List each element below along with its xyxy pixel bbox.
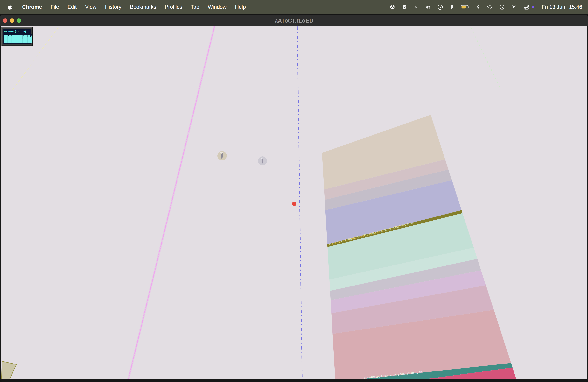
menu-item-window[interactable]: Window — [208, 4, 227, 10]
traffic-lights — [3, 15, 21, 26]
fps-graph — [4, 34, 32, 43]
control-center-icon[interactable] — [523, 4, 529, 10]
menu-left: ChromeFileEditViewHistoryBookmarksProfil… — [7, 4, 246, 10]
bluetooth-icon[interactable] — [476, 4, 481, 10]
menu-clock[interactable]: Fri 13 Jun 15:46 — [542, 4, 582, 10]
menu-bar: ChromeFileEditViewHistoryBookmarksProfil… — [0, 0, 588, 14]
menu-item-edit[interactable]: Edit — [68, 4, 77, 10]
apple-menu[interactable] — [7, 4, 12, 10]
orb-left — [217, 151, 227, 160]
fps-stats-panel[interactable]: 95 FPS (11-105) — [0, 27, 33, 46]
menu-item-profiles[interactable]: Profiles — [165, 4, 182, 10]
webgl-viewport[interactable]: Pretty Dither #FFDE7861 to #FF2A5188 dit… — [0, 26, 588, 382]
flash-icon[interactable] — [414, 4, 419, 10]
apple-icon — [7, 4, 12, 10]
browser-window: aAToCT:tLoED Pretty Dither #FFDE7861 to … — [0, 15, 588, 382]
menu-item-bookmarks[interactable]: Bookmarks — [130, 4, 156, 10]
window-edge-left — [0, 26, 1, 382]
wifi-icon[interactable] — [487, 4, 493, 10]
red-marker-dot — [292, 202, 296, 206]
window-edge-bottom — [0, 379, 588, 382]
zoom-button[interactable] — [17, 19, 21, 23]
menu-item-chrome[interactable]: Chrome — [22, 4, 42, 10]
menu-date: Fri 13 Jun — [542, 4, 565, 10]
display-icon[interactable] — [511, 4, 517, 10]
battery-icon[interactable] — [461, 5, 470, 10]
history-clock-icon[interactable] — [499, 4, 505, 10]
close-button[interactable] — [3, 19, 7, 23]
menu-item-tab[interactable]: Tab — [191, 4, 199, 10]
menu-time: 15:46 — [569, 4, 582, 10]
minimize-button[interactable] — [10, 19, 14, 23]
orb-right — [258, 156, 267, 165]
fps-panel: 95 FPS (11-105) — [3, 29, 31, 44]
shield-check-icon[interactable] — [401, 4, 407, 10]
desktop: ChromeFileEditViewHistoryBookmarksProfil… — [0, 0, 588, 382]
fps-label: 95 FPS (11-105) — [4, 30, 30, 33]
window-edge-right — [587, 26, 588, 382]
app-menus: ChromeFileEditViewHistoryBookmarksProfil… — [22, 4, 246, 10]
location-pin-icon[interactable] — [449, 4, 454, 10]
play-circle-icon[interactable] — [437, 4, 443, 10]
menu-item-help[interactable]: Help — [235, 4, 246, 10]
recording-indicator-dot — [532, 6, 534, 8]
status-icons — [389, 4, 529, 10]
window-titlebar[interactable]: aAToCT:tLoED — [0, 15, 588, 26]
status-area: Fri 13 Jun 15:46 — [389, 4, 582, 10]
volume-icon[interactable] — [425, 4, 431, 10]
threejs-scene: Pretty Dither #FFDE7861 to #FF2A5188 dit… — [0, 26, 588, 382]
menu-item-file[interactable]: File — [51, 4, 59, 10]
window-title: aAToCT:tLoED — [0, 18, 588, 24]
cube-icon[interactable] — [389, 4, 395, 10]
menu-item-history[interactable]: History — [105, 4, 121, 10]
menu-item-view[interactable]: View — [85, 4, 96, 10]
